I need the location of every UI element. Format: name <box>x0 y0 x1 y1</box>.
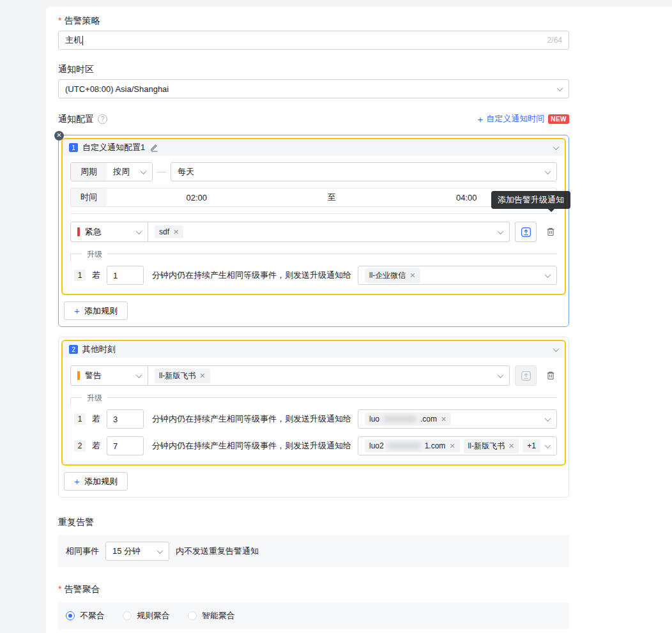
escalation-recipients-select[interactable]: luo.com✕ <box>358 409 557 429</box>
notify-config-label: 通知配置 <box>58 112 94 125</box>
timezone-value: (UTC+08:00) Asia/Shanghai <box>65 84 169 94</box>
chevron-down-icon <box>136 372 142 378</box>
recipients-select[interactable]: ll-新版飞书✕ <box>148 365 510 386</box>
divider <box>70 213 557 214</box>
severity-warning-bar <box>77 371 80 380</box>
notify-group-1: ✕ 1 自定义通知配置1 周期 按周 <box>58 135 569 327</box>
escalation-rule: 2 若 7 分钟内仍在持续产生相同等级事件，则发送升级通知给 luo21.com… <box>70 436 557 455</box>
notify-config-header: 通知配置 ? + 自定义通知时间 NEW <box>58 112 569 125</box>
rule-sentence: 分钟内仍在持续产生相同等级事件，则发送升级通知给 <box>152 270 351 281</box>
if-label: 若 <box>92 413 100 425</box>
panel-1-body: 周期 按周 每天 时间 02:00 至 <box>63 156 565 294</box>
add-escalation-button-disabled <box>515 365 537 386</box>
minutes-input[interactable]: 3 <box>107 409 144 429</box>
radio-rule-aggregate[interactable]: 规则聚合 <box>123 610 170 622</box>
alert-policy-value: 主机 <box>65 34 82 46</box>
more-count-tag: +1 <box>523 439 540 452</box>
range-dash <box>157 172 166 172</box>
severity-select[interactable]: 紧急 <box>70 222 148 242</box>
panel-2-header[interactable]: 2 其他时刻 <box>63 341 565 358</box>
form-content: *告警策略 主机 2/64 通知时区 (UTC+08:00) Asia/Shan… <box>46 6 569 629</box>
escalation-fieldset-2: 升级 1 若 3 分钟内仍在持续产生相同等级事件，则发送升级通知给 luo.co… <box>70 397 557 455</box>
add-escalation-button[interactable] <box>515 222 537 242</box>
aggregate-panel: 不聚合 规则聚合 智能聚合 <box>58 602 569 629</box>
plus-icon: + <box>74 305 80 316</box>
chevron-down-icon <box>545 442 551 448</box>
edit-pencil-icon[interactable] <box>149 143 158 152</box>
escalation-legend: 升级 <box>82 249 107 260</box>
new-badge: NEW <box>548 114 569 124</box>
notify-panel-2: 2 其他时刻 警告 ll-新版飞书✕ <box>61 340 566 466</box>
tag-remove-icon[interactable]: ✕ <box>199 372 205 380</box>
radio-no-aggregate[interactable]: 不聚合 <box>66 610 105 622</box>
period-label: 周期 <box>71 163 107 181</box>
add-rule-button[interactable]: + 添加规则 <box>64 301 128 320</box>
rule-index-badge: 1 <box>74 270 86 281</box>
day-select[interactable]: 每天 <box>171 162 557 181</box>
redacted-text <box>388 443 421 449</box>
recipient-email-tag: luo.com✕ <box>365 413 451 425</box>
severity-select[interactable]: 警告 <box>70 365 148 386</box>
char-counter: 2/64 <box>547 36 562 45</box>
rule-sentence: 分钟内仍在持续产生相同等级事件，则发送升级通知给 <box>152 440 351 452</box>
text-caret <box>82 36 83 45</box>
minutes-input[interactable]: 7 <box>107 436 144 455</box>
panel-1-header[interactable]: 1 自定义通知配置1 <box>63 139 565 156</box>
tag-remove-icon[interactable]: ✕ <box>441 415 447 423</box>
recipient-tag: ll-新版飞书✕ <box>464 439 519 454</box>
severity-row-2: 警告 ll-新版飞书✕ <box>70 365 557 386</box>
time-start-input[interactable]: 02:00 <box>107 188 287 206</box>
if-label: 若 <box>92 270 100 281</box>
chevron-down-icon <box>157 547 164 554</box>
add-custom-time-link[interactable]: + 自定义通知时间 <box>477 113 544 125</box>
escalation-recipients-select[interactable]: luo21.com✕ ll-新版飞书✕ +1 <box>358 436 557 455</box>
alert-policy-label: *告警策略 <box>58 14 569 27</box>
alert-policy-input[interactable]: 主机 2/64 <box>58 31 569 50</box>
time-to-label: 至 <box>287 188 377 206</box>
recipient-email-tag: luo21.com✕ <box>365 439 460 452</box>
minutes-input[interactable]: 1 <box>107 266 144 285</box>
timezone-select[interactable]: (UTC+08:00) Asia/Shanghai <box>58 79 569 98</box>
if-label: 若 <box>92 440 100 452</box>
repeat-suffix-label: 内不发送重复告警通知 <box>176 545 259 557</box>
escalation-rule: 1 若 3 分钟内仍在持续产生相同等级事件，则发送升级通知给 luo.com✕ <box>70 409 557 429</box>
chevron-down-icon <box>557 85 563 91</box>
panel-2-body: 警告 ll-新版飞书✕ 升级 <box>63 358 565 464</box>
chevron-down-icon <box>545 271 551 278</box>
recipients-select[interactable]: sdf✕ <box>148 222 510 242</box>
close-icon[interactable]: ✕ <box>54 131 64 141</box>
tag-remove-icon[interactable]: ✕ <box>173 228 179 236</box>
repeat-alert-label: 重复告警 <box>58 515 569 528</box>
timezone-label: 通知时区 <box>58 63 569 75</box>
period-select[interactable]: 按周 <box>107 163 152 181</box>
notify-panel-1: 1 自定义通知配置1 周期 按周 <box>61 138 566 295</box>
plus-icon: + <box>74 476 80 487</box>
tag-remove-icon[interactable]: ✕ <box>449 442 455 450</box>
panel-1-title: 自定义通知配置1 <box>82 142 145 153</box>
chevron-down-icon <box>545 415 551 422</box>
chevron-down-icon[interactable] <box>553 346 560 352</box>
radio-unselected-icon <box>188 611 197 620</box>
add-rule-button[interactable]: + 添加规则 <box>64 472 128 491</box>
recipient-tag: sdf✕ <box>155 225 183 238</box>
tag-remove-icon[interactable]: ✕ <box>508 442 514 450</box>
help-icon[interactable]: ? <box>98 114 107 124</box>
chevron-down-icon[interactable] <box>553 144 560 150</box>
delete-row-button[interactable] <box>544 225 557 238</box>
time-row: 时间 02:00 至 04:00 <box>70 188 557 207</box>
tag-remove-icon[interactable]: ✕ <box>409 271 415 280</box>
radio-unselected-icon <box>123 611 132 620</box>
period-control: 周期 按周 <box>70 162 153 181</box>
rule-index-badge: 2 <box>74 440 86 452</box>
required-asterisk: * <box>58 584 61 594</box>
escalation-recipients-select[interactable]: ll-企业微信✕ <box>358 266 557 285</box>
chevron-down-icon <box>498 372 504 378</box>
repeat-interval-select[interactable]: 15 分钟 <box>105 542 169 561</box>
radio-smart-aggregate[interactable]: 智能聚合 <box>188 610 235 622</box>
radio-selected-icon <box>66 611 75 620</box>
delete-row-button[interactable] <box>544 369 557 382</box>
chevron-down-icon <box>141 168 147 174</box>
redacted-text <box>383 416 416 422</box>
panel-1-index-badge: 1 <box>69 143 78 152</box>
required-asterisk: * <box>58 15 61 26</box>
